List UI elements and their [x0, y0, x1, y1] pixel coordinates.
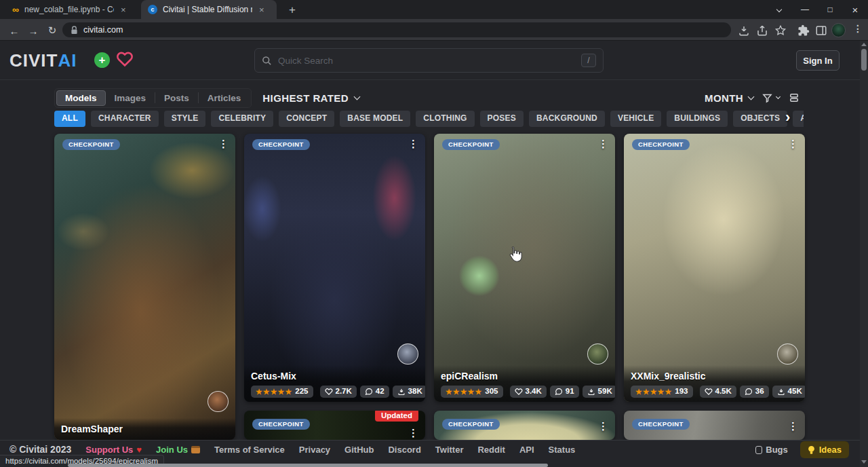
support-us-link[interactable]: Support Us♥ — [85, 445, 142, 455]
footer-link-github[interactable]: GitHub — [344, 445, 374, 455]
likes-pill: 3.4K — [510, 386, 547, 398]
card-menu-icon[interactable]: ⋮ — [408, 427, 418, 439]
tab-colab[interactable]: ∞ new_colab_file.ipynb - Colaborat × — [5, 0, 138, 19]
bugs-button[interactable]: Bugs — [755, 445, 788, 455]
tab-search-chevron-icon[interactable] — [768, 0, 791, 19]
chip-celebrity[interactable]: CELEBRITY — [211, 111, 273, 127]
chips-scroll-right-icon[interactable]: › — [785, 109, 790, 126]
layout-toggle-button[interactable] — [788, 92, 800, 104]
rating-count: 305 — [485, 388, 498, 396]
scrollbar-up-arrow[interactable] — [861, 43, 867, 46]
downloads-count: 45K — [788, 388, 802, 396]
share-icon[interactable] — [756, 24, 768, 37]
chip-clothing[interactable]: CLOTHING — [416, 111, 474, 127]
forward-button[interactable]: → — [26, 23, 41, 38]
new-tab-button[interactable]: + — [285, 3, 300, 18]
vertical-scrollbar-track[interactable] — [860, 41, 868, 467]
model-card-cetus-mix[interactable]: CHECKPOINT ⋮ Cetus-Mix ★★★★★225 2.7K 42 … — [244, 134, 425, 402]
join-us-link[interactable]: Join Us — [156, 445, 200, 455]
chip-vehicle[interactable]: VEHICLE — [610, 111, 661, 127]
model-card-epicrealism[interactable]: CHECKPOINT ⋮ epiCRealism ★★★★★305 3.4K 9… — [434, 134, 615, 402]
card-menu-icon[interactable]: ⋮ — [408, 138, 418, 150]
card-menu-icon[interactable]: ⋮ — [218, 138, 229, 150]
chip-all[interactable]: ALL — [54, 111, 85, 127]
colab-favicon-icon: ∞ — [12, 5, 19, 14]
card-menu-icon[interactable]: ⋮ — [788, 420, 798, 432]
upload-plus-button[interactable]: + — [94, 52, 110, 68]
creator-avatar[interactable] — [208, 391, 229, 412]
creator-avatar[interactable] — [587, 343, 608, 365]
ideas-button[interactable]: Ideas — [800, 441, 849, 458]
card-menu-icon[interactable]: ⋮ — [598, 420, 608, 432]
window-close-button[interactable]: × — [844, 0, 867, 19]
period-dropdown[interactable]: MONTH — [705, 92, 753, 104]
sort-dropdown[interactable]: HIGHEST RATED — [262, 92, 359, 104]
scrollbar-down-arrow[interactable] — [861, 460, 867, 464]
browser-profile-avatar[interactable] — [831, 23, 846, 37]
back-button[interactable]: ← — [7, 23, 22, 38]
reload-button[interactable]: ↻ — [45, 23, 60, 38]
model-card-partial[interactable]: CHECKPOINT Updated ⋮ — [244, 411, 425, 440]
downloads-count: 59K — [598, 388, 612, 396]
footer-link-twitter[interactable]: Twitter — [435, 445, 464, 455]
extensions-puzzle-icon[interactable] — [797, 24, 810, 37]
chip-buildings[interactable]: BUILDINGS — [667, 111, 728, 127]
footer-links: © Civitai 2023 Support Us♥ Join Us Terms… — [9, 444, 575, 455]
model-type-badge: CHECKPOINT — [632, 419, 690, 430]
chip-concept[interactable]: CONCEPT — [279, 111, 334, 127]
favorites-heart-icon[interactable] — [116, 51, 134, 67]
chip-background[interactable]: BACKGROUND — [529, 111, 605, 127]
download-icon[interactable] — [738, 24, 750, 37]
footer-link-privacy[interactable]: Privacy — [299, 445, 330, 455]
tab-models[interactable]: Models — [56, 90, 106, 106]
card-menu-icon[interactable]: ⋮ — [598, 138, 608, 150]
rating-pill: ★★★★★225 — [251, 386, 313, 398]
filter-row: Models Images Posts Articles HIGHEST RAT… — [54, 88, 359, 107]
tab-civitai[interactable]: c Civitai | Stable Diffusion models, × — [141, 0, 277, 19]
chip-style[interactable]: STYLE — [164, 111, 206, 127]
creator-avatar[interactable] — [777, 343, 798, 365]
tab-close-icon[interactable]: × — [259, 5, 264, 15]
side-panel-icon[interactable] — [815, 24, 827, 37]
model-card-xxmix9realistic[interactable]: CHECKPOINT ⋮ XXMix_9realistic ★★★★★193 4… — [624, 134, 805, 402]
footer-link-terms[interactable]: Terms of Service — [214, 445, 285, 455]
chevron-down-icon — [776, 94, 781, 99]
model-preview-image — [244, 134, 425, 402]
model-type-badge: CHECKPOINT — [62, 139, 120, 150]
vertical-scrollbar-thumb[interactable] — [861, 49, 867, 71]
search-input[interactable] — [278, 56, 575, 66]
tab-close-icon[interactable]: × — [121, 5, 126, 15]
model-card-partial[interactable]: CHECKPOINT ⋮ — [624, 411, 805, 440]
window-minimize-button[interactable]: — — [793, 0, 816, 19]
chip-animal[interactable]: ANIMAL — [793, 111, 804, 127]
chip-poses[interactable]: POSES — [480, 111, 524, 127]
creator-avatar[interactable] — [397, 343, 418, 365]
civitai-logo[interactable]: CIVITAI — [9, 50, 77, 71]
horizontal-scrollbar-thumb[interactable] — [68, 464, 548, 467]
tab-images[interactable]: Images — [106, 90, 155, 106]
bookmark-star-icon[interactable] — [774, 24, 787, 37]
chip-character[interactable]: CHARACTER — [91, 111, 159, 127]
filter-funnel-button[interactable] — [762, 92, 780, 104]
sign-in-button[interactable]: Sign In — [796, 50, 840, 71]
window-maximize-button[interactable]: □ — [818, 0, 842, 19]
tab-articles[interactable]: Articles — [199, 90, 250, 106]
heart-icon — [325, 388, 333, 396]
browser-menu-icon[interactable]: ⋮ — [853, 23, 863, 34]
address-bar[interactable]: civitai.com — [62, 22, 731, 37]
footer-link-api[interactable]: API — [519, 445, 534, 455]
category-chip-row: ALL CHARACTER STYLE CELEBRITY CONCEPT BA… — [54, 111, 804, 127]
download-icon — [587, 388, 595, 396]
footer-link-status[interactable]: Status — [549, 445, 576, 455]
tab-posts[interactable]: Posts — [155, 90, 198, 106]
footer-link-reddit[interactable]: Reddit — [477, 445, 505, 455]
comments-pill: 42 — [360, 386, 389, 398]
footer-link-discord[interactable]: Discord — [388, 445, 420, 455]
bugs-label: Bugs — [766, 445, 788, 455]
quick-search-box[interactable]: / — [254, 48, 604, 73]
chip-objects[interactable]: OBJECTS — [733, 111, 787, 127]
model-card-dreamshaper[interactable]: CHECKPOINT ⋮ DreamShaper — [54, 134, 235, 440]
card-menu-icon[interactable]: ⋮ — [788, 138, 798, 150]
model-card-partial[interactable]: CHECKPOINT ⋮ — [434, 411, 615, 440]
chip-base-model[interactable]: BASE MODEL — [340, 111, 410, 127]
